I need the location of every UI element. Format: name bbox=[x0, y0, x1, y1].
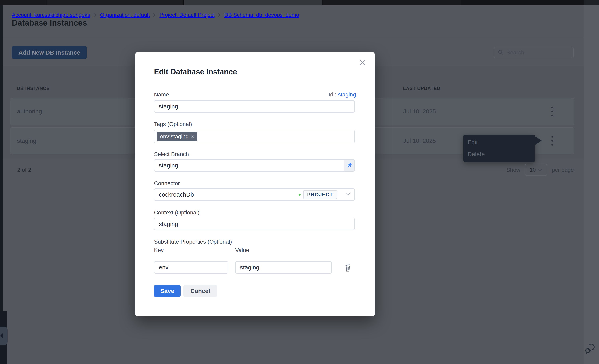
context-menu-item-edit[interactable]: Edit bbox=[467, 136, 531, 148]
value-label: Value bbox=[235, 247, 249, 253]
name-input[interactable] bbox=[154, 100, 355, 113]
cancel-button[interactable]: Cancel bbox=[183, 285, 217, 297]
chevron-left-icon bbox=[0, 333, 3, 338]
chevron-right-icon bbox=[153, 13, 156, 17]
instance-id: Id : staging bbox=[329, 91, 356, 98]
breadcrumb-account-link[interactable]: Account: kurosakiichigo.songoku bbox=[12, 12, 90, 18]
pin-icon[interactable] bbox=[344, 160, 354, 171]
show-label: Show bbox=[506, 167, 520, 173]
browser-tab[interactable] bbox=[461, 0, 584, 5]
property-value-input[interactable] bbox=[235, 261, 332, 274]
trash-icon[interactable] bbox=[344, 263, 352, 273]
pagination-count: 2 of 2 bbox=[17, 167, 31, 173]
connector-select[interactable]: cockroachDb PROJECT bbox=[154, 188, 355, 201]
tag-remove-icon[interactable]: × bbox=[191, 134, 194, 139]
branch-label: Select Branch bbox=[154, 151, 189, 158]
kebab-menu-icon[interactable] bbox=[546, 98, 558, 125]
right-edge-strip bbox=[584, 5, 599, 364]
branch-select[interactable] bbox=[154, 159, 355, 172]
tag-chip: env:staging × bbox=[157, 132, 197, 141]
search-box[interactable] bbox=[494, 47, 574, 58]
context-label: Context (Optional) bbox=[154, 209, 199, 216]
pagination-controls: Show 10 per page bbox=[506, 164, 574, 176]
breadcrumb-schema-link[interactable]: DB Schema: db_devops_demo bbox=[224, 12, 299, 18]
last-updated-value: Jul 10, 2025 bbox=[403, 98, 436, 125]
browser-tab[interactable] bbox=[0, 0, 46, 5]
context-menu-item-delete[interactable]: Delete bbox=[467, 148, 531, 160]
db-instance-name: authoring bbox=[17, 98, 42, 125]
page-size-select[interactable]: 10 bbox=[525, 164, 547, 176]
column-header-db-instance: DB INSTANCE bbox=[17, 86, 50, 91]
save-button[interactable]: Save bbox=[154, 285, 181, 297]
column-header-last-updated: LAST UPDATED bbox=[403, 86, 440, 91]
connector-scope-badge: PROJECT bbox=[303, 190, 337, 199]
property-key-input[interactable] bbox=[154, 261, 228, 274]
page-size-value: 10 bbox=[529, 167, 536, 173]
tag-chip-text: env:staging bbox=[160, 133, 189, 140]
chevron-down-icon bbox=[346, 192, 351, 196]
breadcrumb-project-link[interactable]: Project: Default Project bbox=[159, 12, 214, 18]
breadcrumb-organization-link[interactable]: Organization: default bbox=[100, 12, 150, 18]
tags-input[interactable]: env:staging × bbox=[154, 130, 355, 143]
add-db-instance-button[interactable]: Add New DB Instance bbox=[12, 46, 87, 59]
browser-tab[interactable] bbox=[584, 0, 599, 5]
tags-label: Tags (Optional) bbox=[154, 121, 192, 127]
key-label: Key bbox=[154, 247, 164, 253]
row-context-menu: Edit Delete bbox=[463, 134, 535, 162]
db-instance-name: staging bbox=[17, 127, 36, 154]
kebab-menu-icon[interactable] bbox=[546, 127, 558, 154]
browser-tab[interactable] bbox=[47, 0, 184, 5]
context-input[interactable] bbox=[154, 218, 355, 230]
modal-title: Edit Database Instance bbox=[154, 68, 237, 76]
chat-bubbles-icon[interactable] bbox=[584, 341, 596, 356]
left-edge-strip bbox=[0, 5, 3, 364]
id-separator: : bbox=[333, 91, 338, 98]
close-icon[interactable] bbox=[358, 58, 367, 67]
connector-label: Connector bbox=[154, 180, 180, 186]
search-icon bbox=[498, 49, 504, 56]
id-label: Id bbox=[329, 91, 333, 98]
connector-status-dot bbox=[299, 194, 301, 196]
search-input[interactable] bbox=[506, 50, 570, 56]
context-menu-arrow bbox=[534, 136, 542, 145]
name-label: Name bbox=[154, 91, 169, 98]
last-updated-value: Jul 10, 2025 bbox=[403, 127, 436, 154]
connector-value: cockroachDb bbox=[159, 189, 194, 200]
substitute-properties-label: Substitute Properties (Optional) bbox=[154, 239, 232, 245]
browser-tab-strip bbox=[0, 0, 599, 5]
page-title: Database Instances bbox=[12, 18, 87, 27]
chevron-right-icon bbox=[218, 13, 221, 17]
id-value-link[interactable]: staging bbox=[338, 91, 356, 98]
browser-tab-active[interactable] bbox=[184, 0, 322, 5]
header-divider bbox=[3, 38, 584, 38]
edit-db-instance-modal: Edit Database Instance Name Id : staging… bbox=[135, 52, 375, 316]
per-page-label: per page bbox=[552, 167, 574, 173]
breadcrumb: Account: kurosakiichigo.songoku Organiza… bbox=[12, 12, 299, 18]
branch-input[interactable] bbox=[154, 160, 344, 171]
browser-tab[interactable] bbox=[323, 0, 461, 5]
chevron-right-icon bbox=[94, 13, 97, 17]
chevron-down-icon bbox=[538, 167, 542, 173]
